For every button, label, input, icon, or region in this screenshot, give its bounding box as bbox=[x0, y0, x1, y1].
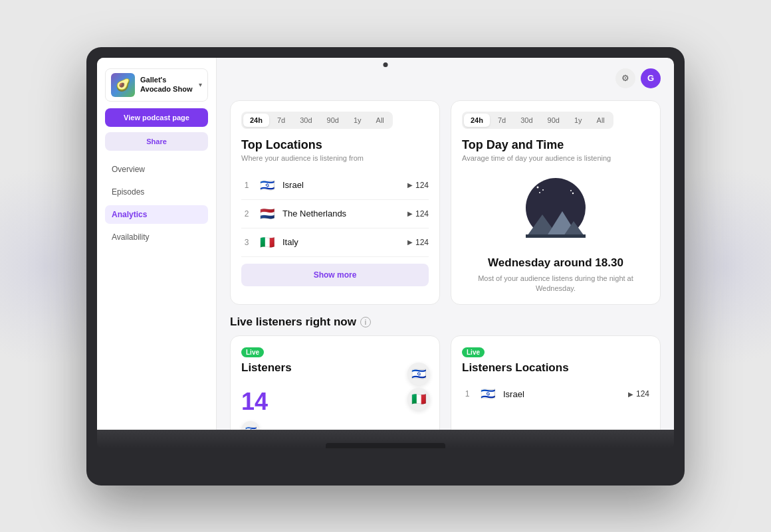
locations-live-badge: Live bbox=[462, 347, 485, 357]
screen-bezel: 🥑 Gallet's Avocado Show ▾ View podcast p… bbox=[97, 58, 674, 430]
mountain-icon bbox=[526, 205, 586, 238]
live-play-icon-1: ▶ bbox=[628, 391, 633, 398]
settings-button[interactable]: ⚙ bbox=[615, 68, 635, 88]
svg-point-1 bbox=[542, 189, 544, 191]
location-name-italy: Italy bbox=[282, 237, 401, 247]
flag-italy: 🇮🇹 bbox=[259, 235, 276, 250]
locations-tab-90d[interactable]: 90d bbox=[320, 114, 346, 127]
floating-flags: 🇮🇱 🇮🇹 bbox=[407, 363, 430, 410]
daytime-tab-7d[interactable]: 7d bbox=[491, 114, 512, 127]
live-flag-israel: 🇮🇱 bbox=[479, 387, 496, 401]
daytime-tab-30d[interactable]: 30d bbox=[514, 114, 539, 127]
stars-icon bbox=[535, 185, 548, 198]
location-row-2: 2 🇳🇱 The Netherlands ▶ 124 bbox=[241, 200, 429, 228]
podcast-thumbnail: 🥑 bbox=[111, 73, 135, 97]
listeners-locations-card: Live Listeners Locations 1 🇮🇱 Israel ▶ 1… bbox=[451, 335, 661, 429]
chevron-down-icon: ▾ bbox=[199, 81, 202, 88]
sidebar: 🥑 Gallet's Avocado Show ▾ View podcast p… bbox=[97, 58, 217, 430]
top-locations-subtitle: Where your audience is listening from bbox=[241, 154, 429, 162]
top-day-time-subtitle: Avarage time of day your audience is lis… bbox=[462, 154, 649, 162]
location-name-netherlands: The Netherlands bbox=[282, 209, 401, 219]
view-podcast-button[interactable]: View podcast page bbox=[105, 108, 208, 127]
live-location-count-israel: ▶ 124 bbox=[628, 389, 649, 399]
podcast-info: Gallet's Avocado Show bbox=[140, 76, 193, 93]
location-rank-3: 3 bbox=[241, 238, 252, 247]
share-button[interactable]: Share bbox=[105, 132, 208, 151]
screen: 🥑 Gallet's Avocado Show ▾ View podcast p… bbox=[97, 58, 674, 430]
location-rank-2: 2 bbox=[241, 209, 252, 219]
sidebar-item-episodes[interactable]: Episodes bbox=[105, 183, 208, 201]
daytime-tab-all[interactable]: All bbox=[590, 114, 611, 127]
user-avatar-button[interactable]: G bbox=[641, 68, 661, 88]
top-bar: ⚙ G bbox=[230, 68, 661, 88]
main-content: ⚙ G 24h 7d 30d 90d 1y bbox=[217, 58, 674, 430]
app-container: 🥑 Gallet's Avocado Show ▾ View podcast p… bbox=[97, 58, 674, 430]
laptop-base bbox=[97, 430, 674, 448]
daytime-tab-90d[interactable]: 90d bbox=[541, 114, 566, 127]
location-count-netherlands: ▶ 124 bbox=[407, 209, 429, 219]
location-count-israel: ▶ 124 bbox=[407, 181, 429, 190]
play-icon-2: ▶ bbox=[407, 210, 413, 217]
sidebar-item-availability[interactable]: Availability bbox=[105, 228, 208, 246]
location-row-1: 1 🇮🇱 Israel ▶ 124 bbox=[241, 171, 429, 200]
listeners-flags-bottom: 🇮🇱 bbox=[241, 421, 429, 429]
flag-netherlands: 🇳🇱 bbox=[259, 207, 276, 221]
top-locations-card: 24h 7d 30d 90d 1y All Top Locations Wher… bbox=[230, 100, 440, 306]
daytime-time-tabs: 24h 7d 30d 90d 1y All bbox=[462, 112, 613, 129]
live-section-title: Live listeners right now i bbox=[230, 315, 661, 329]
listeners-live-badge: Live bbox=[241, 347, 264, 357]
flag-israel: 🇮🇱 bbox=[259, 178, 276, 193]
locations-time-tabs: 24h 7d 30d 90d 1y All bbox=[241, 112, 393, 129]
live-section-title-text: Live listeners right now bbox=[230, 315, 356, 329]
day-time-description: Most of your audience listens during the… bbox=[462, 274, 649, 294]
listeners-card: Live Listeners 🇮🇱 🇮🇹 14 🇮🇱 bbox=[230, 335, 440, 429]
locations-tab-30d[interactable]: 30d bbox=[293, 114, 318, 127]
sidebar-item-overview[interactable]: Overview bbox=[105, 160, 208, 179]
live-cards-row: Live Listeners 🇮🇱 🇮🇹 14 🇮🇱 bbox=[230, 335, 661, 429]
camera bbox=[384, 62, 388, 67]
flag-bubble-small-israel: 🇮🇱 bbox=[241, 421, 260, 429]
listeners-number: 14 bbox=[241, 388, 429, 416]
svg-point-4 bbox=[572, 192, 574, 193]
flag-bubble-italy: 🇮🇹 bbox=[407, 388, 430, 410]
play-icon-3: ▶ bbox=[407, 238, 413, 246]
podcast-name: Gallet's Avocado Show bbox=[140, 76, 193, 93]
flag-bubble-israel: 🇮🇱 bbox=[407, 363, 430, 385]
locations-tab-24h[interactable]: 24h bbox=[243, 114, 269, 127]
svg-marker-8 bbox=[526, 234, 586, 238]
location-count-italy: ▶ 124 bbox=[407, 238, 429, 247]
locations-tab-all[interactable]: All bbox=[370, 114, 391, 127]
top-day-time-title: Top Day and Time bbox=[462, 138, 649, 152]
listeners-locations-title: Listeners Locations bbox=[462, 361, 649, 375]
top-locations-title: Top Locations bbox=[241, 138, 429, 152]
location-name-israel: Israel bbox=[282, 180, 401, 190]
listeners-title: Listeners bbox=[241, 361, 429, 375]
moon-icon bbox=[560, 187, 575, 202]
laptop-shell: 🥑 Gallet's Avocado Show ▾ View podcast p… bbox=[86, 47, 685, 486]
live-location-row-1: 1 🇮🇱 Israel ▶ 124 bbox=[462, 380, 649, 408]
podcast-selector[interactable]: 🥑 Gallet's Avocado Show ▾ bbox=[105, 68, 208, 102]
svg-point-3 bbox=[570, 190, 572, 191]
svg-point-2 bbox=[539, 192, 540, 193]
day-time-value: Wednesday around 18.30 bbox=[462, 256, 649, 270]
top-day-time-card: 24h 7d 30d 90d 1y All Top Day and Time A… bbox=[451, 100, 661, 306]
locations-tab-1y[interactable]: 1y bbox=[347, 114, 368, 127]
locations-tab-7d[interactable]: 7d bbox=[271, 114, 292, 127]
live-section: Live listeners right now i Live Listener… bbox=[230, 315, 661, 429]
sidebar-item-analytics[interactable]: Analytics bbox=[105, 205, 208, 224]
daytime-tab-1y[interactable]: 1y bbox=[568, 114, 589, 127]
location-row-3: 3 🇮🇹 Italy ▶ 124 bbox=[241, 228, 429, 257]
show-more-button[interactable]: Show more bbox=[241, 264, 429, 286]
live-location-name-israel: Israel bbox=[503, 389, 621, 399]
top-cards-row: 24h 7d 30d 90d 1y All Top Locations Wher… bbox=[230, 100, 661, 306]
svg-point-0 bbox=[537, 186, 539, 188]
daytime-tab-24h[interactable]: 24h bbox=[464, 114, 490, 127]
location-rank-1: 1 bbox=[241, 181, 252, 190]
podcast-thumbnail-inner: 🥑 bbox=[111, 73, 135, 97]
night-illustration bbox=[526, 178, 586, 238]
info-icon[interactable]: i bbox=[360, 317, 371, 327]
live-location-rank-1: 1 bbox=[462, 389, 473, 399]
play-icon-1: ▶ bbox=[407, 181, 413, 189]
